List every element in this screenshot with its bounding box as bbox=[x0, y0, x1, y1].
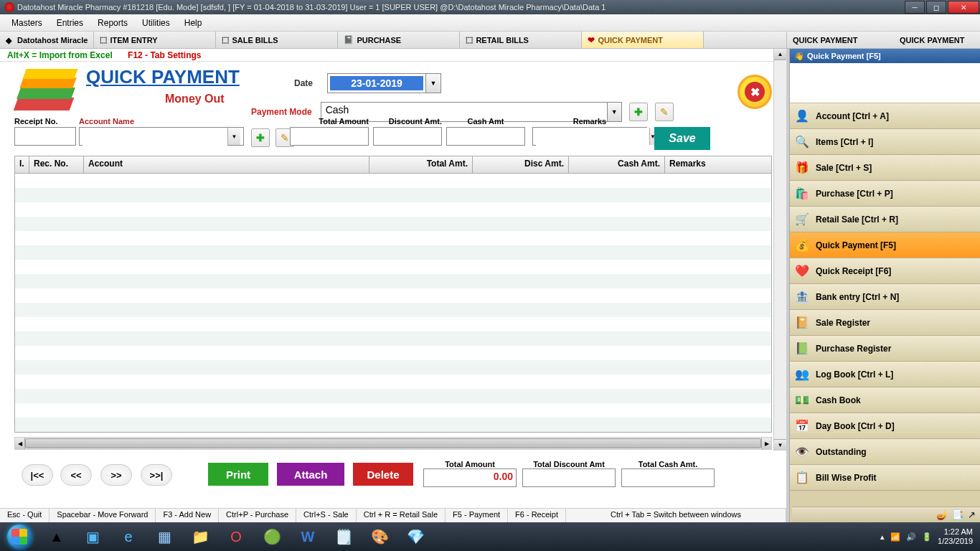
side-item-icon: ❤️ bbox=[794, 263, 810, 279]
side-item-icon: 💵 bbox=[794, 392, 810, 408]
sb-ctrltab: Ctrl + Tab = Switch between windows bbox=[566, 509, 786, 522]
close-button[interactable]: ✕ bbox=[948, 1, 979, 14]
date-input[interactable]: 23-01-2019 bbox=[327, 73, 426, 93]
side-item-10[interactable]: 👥Log Book [Ctrl + L] bbox=[790, 362, 980, 387]
side-item-5[interactable]: 💰Quick Payment [F5] bbox=[790, 232, 980, 258]
menu-entries[interactable]: Entries bbox=[50, 17, 90, 29]
statusbar: Esc - Quit Spacebar - Move Forward F3 - … bbox=[0, 508, 786, 522]
app2-icon[interactable]: ▣ bbox=[75, 522, 110, 551]
menu-help[interactable]: Help bbox=[177, 17, 209, 29]
side-item-2[interactable]: 🎁Sale [Ctrl + S] bbox=[790, 155, 980, 181]
side-item-4[interactable]: 🛒Retail Sale [Ctrl + R] bbox=[790, 207, 980, 232]
side-item-12[interactable]: 📅Day Book [Ctrl + D] bbox=[790, 413, 980, 439]
grid-col-cashamt[interactable]: Cash Amt. bbox=[569, 156, 665, 173]
start-button[interactable] bbox=[0, 522, 39, 551]
prev-button[interactable]: << bbox=[60, 464, 92, 486]
chrome-icon[interactable]: 🟢 bbox=[254, 522, 290, 551]
sb-f5: F5 - Payment bbox=[446, 509, 508, 522]
sb-ctrlr: Ctrl + R = Retail Sale bbox=[357, 509, 446, 522]
grid-col-totalamt[interactable]: Total Amt. bbox=[369, 156, 473, 173]
side-item-label: Purchase [Ctrl + P] bbox=[816, 189, 893, 199]
wifi-icon[interactable]: 📶 bbox=[890, 532, 900, 542]
sound-icon[interactable]: 🔊 bbox=[906, 532, 916, 542]
remarks-combo[interactable]: ▼ bbox=[532, 127, 647, 146]
menu-reports[interactable]: Reports bbox=[90, 17, 135, 29]
receipt-no-input[interactable] bbox=[14, 127, 76, 146]
scroll-left-icon[interactable]: ◀ bbox=[15, 438, 25, 449]
cash-amt-input[interactable] bbox=[446, 127, 525, 146]
grid-body[interactable] bbox=[15, 174, 771, 432]
grid-col-remarks[interactable]: Remarks bbox=[665, 156, 771, 173]
side-item-label: Quick Payment [F5] bbox=[816, 240, 896, 250]
menu-masters[interactable]: Masters bbox=[4, 17, 50, 29]
scroll-thumb[interactable] bbox=[25, 438, 761, 448]
taskmgr-icon[interactable]: ▦ bbox=[146, 522, 182, 551]
side-item-11[interactable]: 💵Cash Book bbox=[790, 387, 980, 413]
word-icon[interactable]: W bbox=[290, 522, 326, 551]
battery-icon[interactable]: 🔋 bbox=[922, 532, 932, 542]
side-item-1[interactable]: 🔍Items [Ctrl + I] bbox=[790, 129, 980, 155]
add-account-button[interactable]: ✚ bbox=[251, 128, 270, 147]
discount-amt-input[interactable] bbox=[373, 127, 442, 146]
scroll-up-icon[interactable]: ▲ bbox=[774, 49, 786, 60]
side-item-13[interactable]: 👁️Outstanding bbox=[790, 439, 980, 465]
tab-strip: ◆Datotahost Miracle ⬚ITEM ENTRY ⬚SALE BI… bbox=[0, 32, 980, 49]
next-button[interactable]: >> bbox=[100, 464, 132, 486]
scroll-down-icon[interactable]: ▼ bbox=[774, 439, 786, 451]
page-close-button[interactable]: ✖ bbox=[738, 75, 772, 109]
tab-item-entry[interactable]: ⬚ITEM ENTRY bbox=[94, 32, 216, 48]
tab-quick-payment-active[interactable]: ❤QUICK PAYMENT bbox=[582, 32, 704, 48]
side-item-6[interactable]: ❤️Quick Receipt [F6] bbox=[790, 258, 980, 284]
paint-icon[interactable]: 🎨 bbox=[362, 522, 397, 551]
total-amount-input[interactable] bbox=[290, 127, 369, 146]
side-item-14[interactable]: 📋Bill Wise Profit bbox=[790, 465, 980, 491]
menu-utilities[interactable]: Utilities bbox=[135, 17, 177, 29]
chevron-down-icon[interactable]: ▼ bbox=[227, 128, 240, 145]
explorer-icon[interactable]: 📁 bbox=[182, 522, 218, 551]
tab-quick-payment-r1[interactable]: QUICK PAYMENT bbox=[786, 32, 894, 48]
tab-retail-bills[interactable]: ⬚RETAIL BILLS bbox=[460, 32, 582, 48]
clock[interactable]: 1:22 AM 1/23/2019 bbox=[938, 527, 973, 546]
main-area: Alt+X = Import from Excel F12 - Tab Sett… bbox=[0, 49, 980, 522]
account-name-combo[interactable]: ▼ bbox=[79, 127, 244, 146]
vlc-icon[interactable]: ▲ bbox=[39, 522, 75, 551]
minimize-button[interactable]: ─ bbox=[905, 1, 925, 14]
grid-col-account[interactable]: Account bbox=[84, 156, 369, 173]
grid-col-index[interactable]: I. bbox=[15, 156, 29, 173]
grid-col-recno[interactable]: Rec. No. bbox=[29, 156, 84, 173]
last-button[interactable]: >>| bbox=[141, 464, 172, 486]
side-item-label: Bank entry [Ctrl + N] bbox=[816, 292, 899, 302]
lamp-icon[interactable]: 🪔 bbox=[936, 509, 948, 520]
date-field: Date 23-01-2019 ▼ bbox=[294, 73, 441, 93]
side-item-3[interactable]: 🛍️Purchase [Ctrl + P] bbox=[790, 181, 980, 207]
scroll-right-icon[interactable]: ▶ bbox=[761, 438, 771, 449]
date-dropdown-icon[interactable]: ▼ bbox=[425, 73, 441, 93]
ie-icon[interactable]: e bbox=[110, 522, 146, 551]
delete-button[interactable]: Delete bbox=[353, 463, 413, 486]
expand-icon[interactable]: ↗ bbox=[968, 509, 976, 520]
copy-icon[interactable]: 📑 bbox=[952, 509, 963, 520]
panel-vscrollbar[interactable]: ▲ ▼ bbox=[773, 49, 786, 451]
tab-quick-payment-r2[interactable]: QUICK PAYMENT bbox=[894, 32, 980, 48]
print-button[interactable]: Print bbox=[208, 463, 268, 486]
system-tray: ▴ 📶 🔊 🔋 1:22 AM 1/23/2019 bbox=[880, 527, 980, 546]
miracle-icon[interactable]: 💎 bbox=[397, 522, 433, 551]
side-item-0[interactable]: 👤Account [Ctrl + A] bbox=[790, 103, 980, 129]
attach-button[interactable]: Attach bbox=[277, 463, 344, 486]
first-button[interactable]: |<< bbox=[22, 464, 53, 486]
tab-home[interactable]: ◆Datotahost Miracle bbox=[0, 32, 94, 48]
tab-sale-bills[interactable]: ⬚SALE BILLS bbox=[216, 32, 338, 48]
side-item-8[interactable]: 📔Sale Register bbox=[790, 310, 980, 336]
side-item-9[interactable]: 📗Purchase Register bbox=[790, 336, 980, 362]
grid-hscrollbar[interactable]: ◀ ▶ bbox=[14, 437, 772, 450]
save-button[interactable]: Save bbox=[654, 127, 710, 150]
notes-icon[interactable]: 🗒️ bbox=[326, 522, 362, 551]
maximize-button[interactable]: ◻ bbox=[926, 1, 946, 14]
opera-icon[interactable]: O bbox=[218, 522, 254, 551]
grid-col-discamt[interactable]: Disc Amt. bbox=[473, 156, 569, 173]
windows-orb-icon bbox=[7, 524, 32, 549]
tray-expand-icon[interactable]: ▴ bbox=[880, 532, 885, 542]
side-item-7[interactable]: 🏦Bank entry [Ctrl + N] bbox=[790, 284, 980, 310]
tab-purchase[interactable]: 📓PURCHASE bbox=[338, 32, 460, 48]
side-panel-gap bbox=[790, 63, 980, 103]
